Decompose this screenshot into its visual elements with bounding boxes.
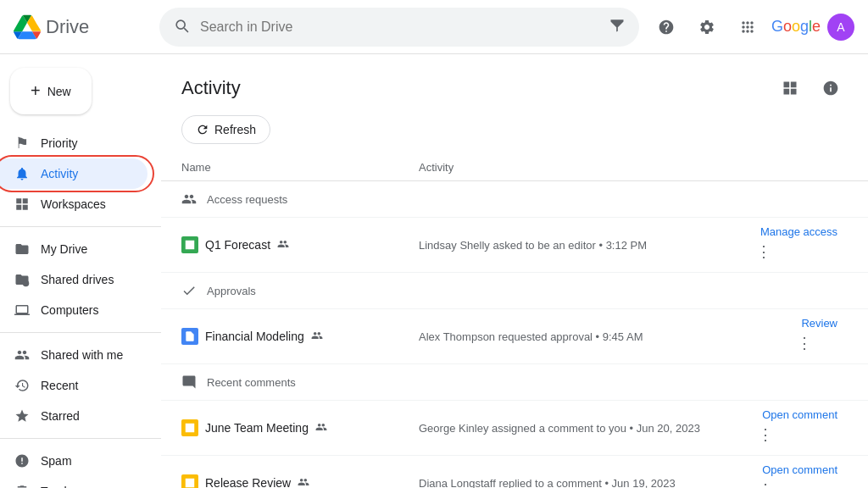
app-name: Drive (46, 16, 89, 38)
file-action: Review ⋮ (791, 316, 848, 357)
plus-icon: + (31, 81, 41, 101)
help-button[interactable] (649, 10, 683, 44)
sidebar-section-main: ⚑ Priority Activity Workspaces (0, 128, 161, 219)
file-icon-financial-modeling (181, 328, 198, 345)
header-icons (773, 71, 848, 105)
computers-icon (14, 302, 31, 319)
search-bar[interactable] (159, 8, 639, 47)
my-drive-icon (14, 241, 31, 258)
col-header-activity: Activity (419, 161, 848, 174)
sidebar-item-workspaces[interactable]: Workspaces (0, 189, 147, 219)
open-comment-button[interactable]: Open comment (752, 458, 848, 481)
manage-access-button[interactable]: Manage access (750, 220, 848, 243)
file-name-cell: Q1 Forecast (181, 236, 419, 253)
file-name-cell: June Team Meeting (181, 419, 419, 436)
sidebar-item-spam[interactable]: Spam (0, 446, 147, 476)
review-button[interactable]: Review (791, 312, 848, 335)
table-row[interactable]: Financial Modeling Alex Thompson request… (161, 309, 868, 364)
file-name: Financial Modeling (205, 330, 304, 343)
open-comment-button[interactable]: Open comment (752, 403, 848, 426)
sidebar-item-label-my-drive: My Drive (41, 242, 87, 256)
sidebar-item-label-computers: Computers (41, 303, 98, 317)
google-wordmark: Google (771, 18, 821, 36)
shared-icon (277, 238, 289, 252)
priority-icon: ⚑ (14, 135, 31, 152)
table-row[interactable]: Q1 Forecast Lindsay Shelly asked to be a… (161, 218, 868, 273)
file-action: Open comment ⋮ (752, 463, 848, 488)
file-icon (181, 419, 198, 436)
refresh-label: Refresh (214, 123, 256, 136)
sidebar-item-trash[interactable]: Trash (0, 476, 147, 488)
section-approvals: Approvals (161, 273, 868, 309)
col-header-name: Name (181, 161, 419, 174)
sidebar-item-priority[interactable]: ⚑ Priority (0, 128, 147, 158)
logo: Drive (14, 14, 149, 41)
svg-point-0 (23, 280, 30, 287)
sidebar-section-drives: My Drive Shared drives Computers (0, 234, 161, 325)
section-title-access-requests: Access requests (207, 193, 287, 206)
file-activity: Alex Thompson requested approval • 9:45 … (419, 330, 791, 343)
sidebar-item-label-recent: Recent (41, 379, 78, 392)
topbar: Drive Google A (0, 0, 868, 54)
refresh-button[interactable]: Refresh (181, 115, 270, 144)
shared-drives-icon (14, 271, 31, 288)
sidebar-item-shared-drives[interactable]: Shared drives (0, 264, 147, 295)
spam-icon (14, 452, 31, 469)
sidebar-divider-1 (0, 226, 161, 227)
file-name: Release Review (205, 476, 291, 488)
table-row[interactable]: Release Review Diana Longstaff replied t… (161, 456, 868, 488)
access-requests-icon (181, 191, 197, 207)
starred-icon (14, 408, 31, 424)
sidebar-item-label-shared-with-me: Shared with me (41, 348, 123, 362)
file-name: June Team Meeting (205, 421, 309, 435)
file-icon-q1-forecast (181, 236, 198, 253)
topbar-right: Google A (649, 10, 854, 44)
sidebar-item-recent[interactable]: Recent (0, 370, 147, 401)
trash-icon (14, 483, 31, 488)
table-row[interactable]: June Team Meeting George Kinley assigned… (161, 401, 868, 456)
sidebar-item-label-starred: Starred (41, 409, 80, 423)
sidebar: + New ⚑ Priority Activity Workspaces (0, 54, 161, 488)
section-title-recent-comments: Recent comments (207, 376, 296, 389)
apps-button[interactable] (731, 10, 765, 44)
sidebar-divider-2 (0, 332, 161, 333)
recent-icon (14, 377, 31, 394)
sidebar-item-label-trash: Trash (41, 485, 70, 488)
info-button[interactable] (814, 71, 848, 105)
user-avatar[interactable]: A (827, 14, 854, 41)
table-header: Name Activity (161, 154, 868, 181)
sidebar-item-computers[interactable]: Computers (0, 295, 147, 325)
file-icon (181, 474, 198, 488)
shared-with-me-icon (14, 347, 31, 363)
sidebar-item-shared-with-me[interactable]: Shared with me (0, 340, 147, 370)
content-header: Activity (161, 54, 868, 112)
file-activity: George Kinley assigned a comment to you … (419, 422, 752, 435)
recent-comments-icon (181, 374, 197, 390)
sidebar-item-label-spam: Spam (41, 454, 72, 468)
activity-icon (14, 165, 31, 182)
filter-icon[interactable] (609, 17, 626, 36)
file-name-cell: Release Review (181, 474, 419, 488)
sidebar-item-label-workspaces: Workspaces (41, 197, 106, 211)
sidebar-item-my-drive[interactable]: My Drive (0, 234, 147, 264)
sidebar-item-label-activity: Activity (41, 167, 78, 180)
search-input[interactable] (200, 19, 598, 35)
content-area: Activity Refresh Name Activity Access re… (161, 54, 868, 488)
sidebar-item-starred[interactable]: Starred (0, 401, 147, 431)
file-activity: Diana Longstaff replied to a comment • J… (419, 477, 752, 489)
grid-view-button[interactable] (773, 71, 807, 105)
file-action: Manage access ⋮ (750, 225, 848, 265)
section-access-requests: Access requests (161, 181, 868, 218)
file-name: Q1 Forecast (205, 238, 270, 252)
sidebar-section-system: Spam Trash Storage (0, 446, 161, 488)
file-action: Open comment ⋮ (752, 408, 848, 448)
sidebar-item-activity[interactable]: Activity (0, 158, 147, 189)
new-button[interactable]: + New (10, 68, 92, 114)
new-label: New (47, 85, 71, 98)
search-icon (173, 17, 190, 36)
shared-icon (315, 421, 327, 435)
main-layout: + New ⚑ Priority Activity Workspaces (0, 54, 868, 488)
settings-button[interactable] (690, 10, 724, 44)
sidebar-item-label-shared-drives: Shared drives (41, 273, 114, 286)
refresh-icon (196, 123, 209, 136)
